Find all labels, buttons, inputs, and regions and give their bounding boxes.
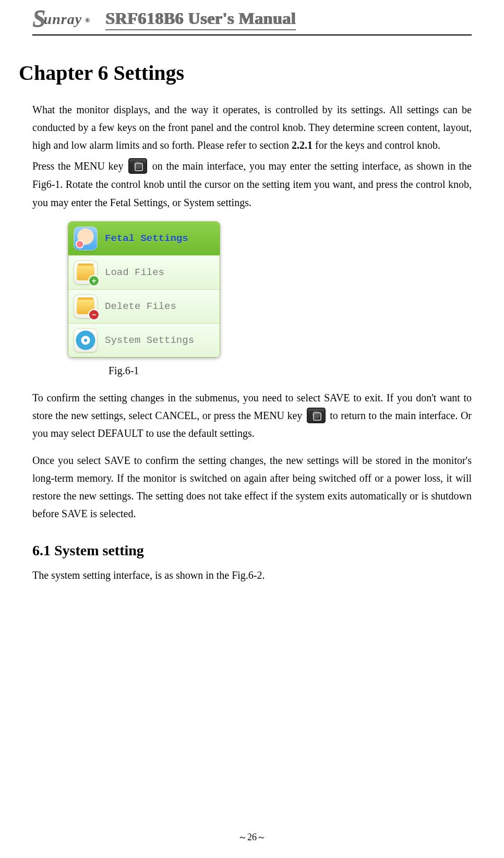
paragraph-confirm: To confirm the setting changes in the su… [32, 389, 472, 442]
baby-icon [74, 227, 98, 251]
plus-badge-icon: + [89, 276, 99, 285]
para1-text-b: for the keys and control knob. [313, 139, 440, 151]
figure-6-1: Fetal Settings + Load Files − Delete Fil… [68, 221, 220, 358]
minus-badge-icon: − [89, 310, 99, 319]
title-underline [105, 29, 296, 30]
doc-title-band: SRF618B6 User's Manual [105, 9, 296, 30]
figure-caption: Fig.6-1 [109, 362, 472, 379]
body-text: What the monitor displays, and the way i… [32, 101, 472, 584]
menu-key-icon [128, 158, 147, 174]
page-header: S unray ® SRF618B6 User's Manual [32, 7, 472, 35]
section-heading-6-1: 6.1 System setting [32, 538, 472, 563]
registered-mark: ® [85, 17, 90, 25]
brand-logo: S unray ® [32, 7, 87, 31]
menu-item-system-settings[interactable]: System Settings [68, 324, 220, 357]
logo-text: unray [44, 11, 82, 28]
menu-label: Delete Files [105, 298, 176, 315]
page-number: ～26～ [0, 831, 504, 843]
paragraph-menu-key: Press the MENU key on the main interface… [32, 157, 472, 212]
chapter-heading: Chapter 6 Settings [19, 61, 472, 85]
menu-label: Fetal Settings [105, 230, 188, 247]
menu-item-delete-files[interactable]: − Delete Files [68, 290, 220, 324]
doc-title: SRF618B6 User's Manual [105, 9, 296, 28]
menu-label: System Settings [105, 332, 194, 349]
gear-icon [74, 328, 98, 352]
menu-item-fetal-settings[interactable]: Fetal Settings [68, 222, 220, 256]
menu-item-load-files[interactable]: + Load Files [68, 256, 220, 290]
para2-text-a: Press the MENU key [32, 160, 127, 172]
paragraph-system-setting: The system setting interface, is as show… [32, 566, 472, 584]
menu-key-icon [307, 408, 326, 423]
folder-minus-icon: − [74, 294, 98, 318]
section-ref: 2.2.1 [292, 139, 313, 151]
paragraph-intro: What the monitor displays, and the way i… [32, 101, 472, 154]
menu-label: Load Files [105, 264, 164, 281]
paragraph-save: Once you select SAVE to confirm the sett… [32, 451, 472, 522]
folder-plus-icon: + [74, 260, 98, 284]
